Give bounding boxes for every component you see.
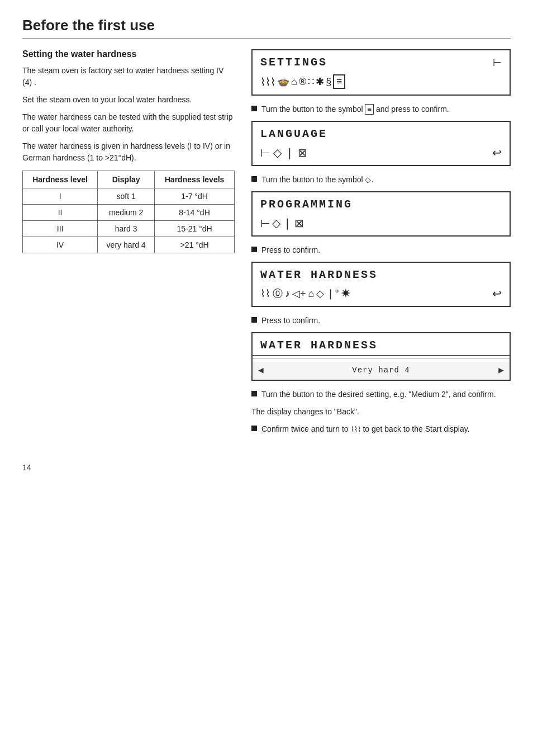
lang-grid-icon: ⊠ bbox=[298, 146, 307, 159]
lang-return-icon: ↩ bbox=[492, 146, 502, 159]
cell-display-4: very hard 4 bbox=[98, 237, 155, 253]
lang-bar-icon: ❘ bbox=[285, 146, 294, 159]
paragraph-2: Set the steam oven to your local water h… bbox=[22, 94, 235, 106]
food-icon: 🍲 bbox=[277, 75, 289, 88]
cell-display-3: hard 3 bbox=[98, 221, 155, 237]
bullet-text-2: Turn the button to the symbol ◇. bbox=[261, 174, 373, 186]
wh-wave-icon: ⌇⌇ bbox=[260, 287, 270, 300]
wh-note-icon: ♪ bbox=[285, 288, 290, 300]
language-display: LANGUAGE ⊢ ◇ ❘ ⊠ ↩ bbox=[251, 121, 511, 166]
home-icon: ⌂ bbox=[291, 76, 297, 88]
bullet-item-2: Turn the button to the symbol ◇. bbox=[251, 174, 511, 186]
settings-display: SETTINGS ⊢ ⌇⌇⌇ 🍲 ⌂ ® ∷ ✱ § ≡ bbox=[251, 49, 511, 96]
water-hardness-display-1: WATER HARDNESS ⌇⌇ ⓪ ♪ ◁+ ⌂ ◇ ❘° ✷ ↩ bbox=[251, 262, 511, 307]
wh-select-value: Very hard 4 bbox=[352, 366, 410, 375]
programming-title: PROGRAMMING bbox=[260, 198, 353, 211]
bullet-square-5 bbox=[251, 391, 257, 396]
cell-level-4: IV bbox=[23, 237, 98, 253]
paragraph-3: The water hardness can be tested with th… bbox=[22, 111, 235, 135]
language-icons: ⊢ ◇ ❘ ⊠ ↩ bbox=[253, 143, 510, 165]
settings-selected-icon: ≡ bbox=[333, 74, 345, 89]
bullet-item-4: Press to confirm. bbox=[251, 315, 511, 327]
wh-house-icon: ⌂ bbox=[308, 288, 315, 300]
cell-hardness-2: 8-14 °dH bbox=[155, 205, 235, 221]
circle-icon: ® bbox=[299, 76, 306, 88]
right-column: SETTINGS ⊢ ⌇⌇⌇ 🍲 ⌂ ® ∷ ✱ § ≡ Turn the bu… bbox=[251, 49, 511, 441]
wh1-return-icon: ↩ bbox=[492, 287, 502, 300]
settings-flag-icon: ⊢ bbox=[493, 56, 502, 69]
hardness-table: Hardness level Display Hardness levels I… bbox=[22, 171, 235, 253]
wh-select-title: WATER HARDNESS bbox=[253, 333, 510, 356]
bullet-item-1: Turn the button to the symbol ≡ and pres… bbox=[251, 103, 511, 115]
display-changes-text: The display changes to "Back". bbox=[251, 406, 511, 418]
page-number: 14 bbox=[22, 463, 511, 472]
settings-icons: ⌇⌇⌇ 🍲 ⌂ ® ∷ ✱ § ≡ bbox=[253, 71, 510, 94]
cell-display-2: medium 2 bbox=[98, 205, 155, 221]
s-icon: § bbox=[326, 76, 331, 88]
wh1-title: WATER HARDNESS bbox=[260, 268, 378, 281]
water-hardness-select-box: WATER HARDNESS ◀ Very hard 4 ▶ bbox=[251, 332, 511, 381]
table-row: IV very hard 4 >21 °dH bbox=[23, 237, 235, 253]
paragraph-1: The steam oven is factory set to water h… bbox=[22, 65, 235, 88]
programming-display: PROGRAMMING ⊢ ◇ ❘ ⊠ bbox=[251, 191, 511, 237]
bullet-square-6 bbox=[251, 426, 257, 431]
cell-display-1: soft 1 bbox=[98, 188, 155, 205]
cell-level-3: III bbox=[23, 221, 98, 237]
col-header-level: Hardness level bbox=[23, 171, 98, 188]
programming-icons: ⊢ ◇ ❘ ⊠ bbox=[253, 213, 510, 235]
bullet-item-5: Turn the button to the desired setting, … bbox=[251, 389, 511, 400]
prog-grid-icon: ⊠ bbox=[294, 216, 304, 230]
table-row: III hard 3 15-21 °dH bbox=[23, 221, 235, 237]
section-title: Setting the water hardness bbox=[22, 49, 235, 59]
bullet-text-1: Turn the button to the symbol ≡ and pres… bbox=[261, 103, 449, 115]
bullet-square-3 bbox=[251, 247, 257, 252]
language-title: LANGUAGE bbox=[260, 127, 327, 140]
table-row: II medium 2 8-14 °dH bbox=[23, 205, 235, 221]
table-row: I soft 1 1-7 °dH bbox=[23, 188, 235, 205]
wh-diamond-icon: ◇ bbox=[316, 287, 324, 300]
prog-flag-icon: ⊢ bbox=[260, 216, 270, 230]
wh-left-arrow-icon[interactable]: ◀ bbox=[258, 365, 264, 376]
lang-flag-icon: ⊢ bbox=[260, 146, 270, 159]
bullet-text-6: Confirm twice and turn to ⌇⌇⌇ to get bac… bbox=[261, 423, 470, 435]
bullet-square-4 bbox=[251, 317, 257, 323]
cell-hardness-4: >21 °dH bbox=[155, 237, 235, 253]
bullet-item-3: Press to confirm. bbox=[251, 244, 511, 256]
col-header-display: Display bbox=[98, 171, 155, 188]
cell-hardness-1: 1-7 °dH bbox=[155, 188, 235, 205]
bullet-text-4: Press to confirm. bbox=[261, 315, 320, 327]
wave-icon: ∷ bbox=[308, 75, 314, 88]
wh-right-arrow-icon[interactable]: ▶ bbox=[498, 365, 504, 376]
page-title: Before the first use bbox=[22, 17, 511, 39]
steam-icon: ⌇⌇⌇ bbox=[260, 75, 275, 88]
cell-level-2: II bbox=[23, 205, 98, 221]
lang-diamond-icon: ◇ bbox=[273, 146, 282, 159]
prog-diamond-icon: ◇ bbox=[272, 216, 280, 230]
wh-degree-icon: ❘° bbox=[326, 287, 339, 300]
prog-bar-icon: ❘ bbox=[283, 216, 292, 230]
settings-title: SETTINGS bbox=[260, 56, 327, 69]
wh-triangle-icon: ◁+ bbox=[292, 287, 306, 300]
cell-hardness-3: 15-21 °dH bbox=[155, 221, 235, 237]
cell-level-1: I bbox=[23, 188, 98, 205]
bullet-square-2 bbox=[251, 176, 257, 182]
bullet-square-1 bbox=[251, 106, 257, 111]
bullet-item-6: Confirm twice and turn to ⌇⌇⌇ to get bac… bbox=[251, 423, 511, 435]
paragraph-4: The water hardness is given in hardness … bbox=[22, 140, 235, 164]
wh1-icons: ⌇⌇ ⓪ ♪ ◁+ ⌂ ◇ ❘° ✷ ↩ bbox=[253, 284, 510, 306]
wh-select-row: ◀ Very hard 4 ▶ bbox=[253, 361, 510, 380]
wh-asterisk-icon: ✷ bbox=[341, 287, 350, 300]
star-icon: ✱ bbox=[316, 75, 324, 88]
left-column: Setting the water hardness The steam ove… bbox=[22, 49, 235, 441]
wh-circle-icon: ⓪ bbox=[273, 287, 283, 300]
col-header-levels: Hardness levels bbox=[155, 171, 235, 188]
bullet-text-5: Turn the button to the desired setting, … bbox=[261, 389, 496, 400]
bullet-text-3: Press to confirm. bbox=[261, 244, 320, 256]
